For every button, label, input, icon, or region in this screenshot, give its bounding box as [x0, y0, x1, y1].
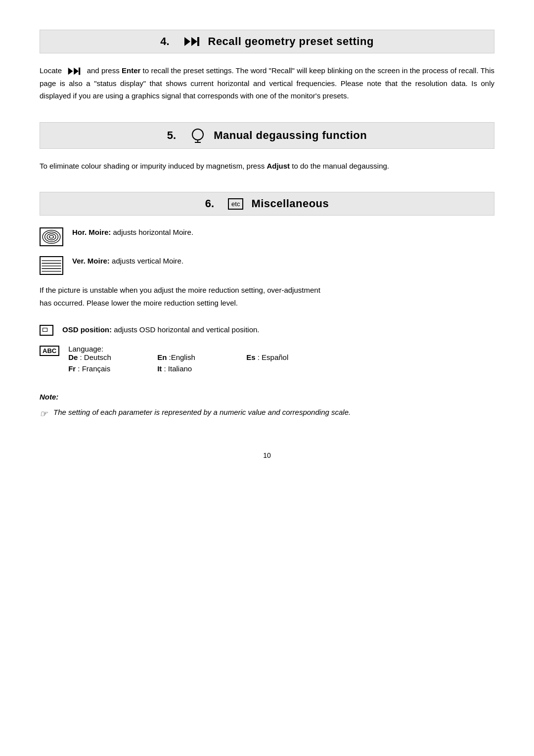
- note-label: Note:: [40, 393, 494, 401]
- osd-label: OSD position:: [62, 325, 112, 334]
- abc-icon-wrapper: ABC: [40, 346, 63, 356]
- note-section: Note: ☞ The setting of each parameter is…: [40, 393, 494, 422]
- language-row: ABC Language: De : Deutsch En :English E…: [40, 345, 494, 373]
- ver-moire-icon: [40, 256, 67, 275]
- hor-moire-text: Hor. Moire: adjusts horizontal Moire.: [72, 226, 193, 238]
- section-6-header: 6. etc Miscellaneous: [40, 192, 494, 216]
- section-4: 4. Recall geometry preset setting Locate…: [40, 30, 494, 102]
- section-4-number: 4.: [160, 35, 169, 48]
- moire-instability-note: If the picture is unstable when you adju…: [40, 284, 494, 297]
- degauss-icon: [190, 128, 206, 143]
- osd-text: OSD position: adjusts OSD horizontal and…: [62, 324, 260, 336]
- section-5: 5. Manual degaussing function To elimina…: [40, 122, 494, 173]
- section-4-body: Locate and press Enter to recall the pre…: [40, 64, 494, 102]
- list-item: En :English: [157, 353, 246, 361]
- etc-icon: etc: [228, 198, 243, 210]
- osd-icon: [40, 325, 57, 336]
- list-item: Fr : Français: [68, 364, 157, 373]
- note-item: ☞ The setting of each parameter is repre…: [40, 406, 494, 422]
- etc-icon-area: etc: [225, 198, 246, 210]
- adjust-keyword: Adjust: [267, 162, 290, 170]
- svg-point-6: [192, 129, 203, 140]
- section-5-number: 5.: [167, 129, 176, 142]
- moire-instability-note2: has occurred. Please lower the moire red…: [40, 297, 494, 310]
- svg-point-11: [47, 234, 56, 240]
- note-bullet-icon: ☞: [40, 406, 47, 422]
- hor-moire-row: Hor. Moire: adjusts horizontal Moire.: [40, 226, 494, 246]
- list-item: De : Deutsch: [68, 353, 157, 361]
- ver-moire-row: Ver. Moire: adjusts vertical Moire.: [40, 255, 494, 275]
- section-6-number: 6.: [205, 197, 214, 210]
- abc-icon: ABC: [40, 346, 59, 356]
- osd-inner-box: [43, 328, 47, 332]
- svg-marker-0: [184, 37, 190, 46]
- section-6-title: Miscellaneous: [251, 197, 329, 210]
- section-6: 6. etc Miscellaneous Hor. Moire: adjusts…: [40, 192, 494, 373]
- language-grid: De : Deutsch En :English Es : Español Fr…: [68, 353, 345, 373]
- section-4-header: 4. Recall geometry preset setting: [40, 30, 494, 53]
- recall-icon-inline: [67, 67, 82, 76]
- svg-rect-5: [79, 68, 80, 75]
- page-number: 10: [40, 451, 494, 459]
- list-item: Es : Español: [246, 353, 345, 361]
- recall-icon: [183, 36, 200, 47]
- degauss-icon-area: [187, 128, 209, 143]
- ver-moire-text: Ver. Moire: adjusts vertical Moire.: [72, 255, 183, 267]
- hor-moire-desc: adjusts horizontal Moire.: [113, 228, 194, 236]
- section-5-body: To eliminate colour shading or impurity …: [40, 160, 494, 173]
- svg-marker-4: [74, 68, 79, 75]
- ver-moire-label: Ver. Moire:: [72, 257, 110, 265]
- hor-moire-label: Hor. Moire:: [72, 228, 111, 236]
- section-5-title: Manual degaussing function: [214, 129, 367, 142]
- list-item: It : Italiano: [157, 364, 246, 373]
- enter-keyword: Enter: [122, 66, 140, 75]
- section-5-header: 5. Manual degaussing function: [40, 122, 494, 149]
- svg-rect-2: [197, 37, 199, 46]
- ver-moire-lines-svg: [41, 257, 62, 274]
- note-text: The setting of each parameter is represe…: [53, 406, 351, 419]
- section-4-title: Recall geometry preset setting: [208, 35, 374, 48]
- recall-icon-area: [180, 36, 203, 47]
- svg-marker-3: [68, 68, 73, 75]
- svg-point-12: [49, 235, 54, 238]
- ver-moire-desc: adjusts vertical Moire.: [112, 257, 183, 265]
- language-content: Language: De : Deutsch En :English Es : …: [68, 345, 345, 373]
- hor-moire-icon: [40, 227, 67, 246]
- svg-marker-1: [191, 37, 197, 46]
- osd-position-row: OSD position: adjusts OSD horizontal and…: [40, 324, 494, 336]
- hor-moire-lines-svg: [41, 228, 62, 245]
- osd-desc: adjusts OSD horizontal and vertical posi…: [114, 325, 259, 334]
- language-label: Language:: [68, 345, 345, 353]
